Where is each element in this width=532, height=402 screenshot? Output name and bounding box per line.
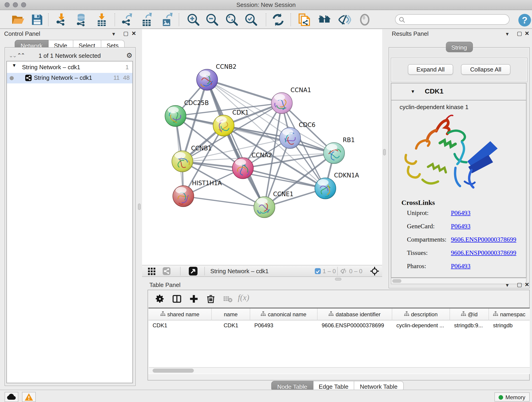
column-header-namespac[interactable]: namespac <box>489 308 530 320</box>
protein-card-header[interactable]: ▼ CDK1 <box>391 83 526 100</box>
network-node-hist1h1a[interactable]: HIST1H1A <box>173 180 222 207</box>
control-panel-float-icon[interactable]: ▢ <box>123 30 128 37</box>
table-panel-menu-arrow-icon[interactable]: ▾ <box>506 282 509 288</box>
results-panel-menu-arrow-icon[interactable]: ▾ <box>506 31 509 37</box>
collection-name: String Network – cdk1 <box>22 64 80 70</box>
network-canvas[interactable]: CCNB2CCNA1CDC25BCDK1CDC6RB1CCNB1CCNA2CDK… <box>142 29 382 265</box>
table-cell[interactable]: CDK1 <box>148 320 212 331</box>
node-label: HIST1H1A <box>192 180 222 186</box>
results-hscroll-thumb[interactable] <box>392 279 401 283</box>
hide-unhide-icon[interactable] <box>338 13 351 27</box>
network-node-ccnb1[interactable]: CCNB1 <box>172 145 212 172</box>
results-panel-float-icon[interactable]: ▢ <box>517 30 522 37</box>
table-settings-gear-icon[interactable] <box>155 294 165 304</box>
control-panel-close-icon[interactable]: ✕ <box>132 30 136 37</box>
node-label: CDK1 <box>232 109 249 116</box>
search-input[interactable] <box>406 15 507 25</box>
zoom-out-icon[interactable] <box>205 13 219 27</box>
control-panel-menu-arrow-icon[interactable]: ▾ <box>112 31 115 37</box>
column-header-name[interactable]: name <box>212 308 250 320</box>
table-cell[interactable]: CDK1 <box>212 320 250 331</box>
protein-collapse-arrow-icon[interactable]: ▼ <box>411 89 415 94</box>
grid-view-icon[interactable] <box>148 268 155 277</box>
share-document-icon[interactable] <box>298 13 311 27</box>
table-cell[interactable]: stringdb <box>489 320 530 331</box>
column-header--id[interactable]: @id <box>450 308 489 320</box>
expand-all-button[interactable]: Expand All <box>408 64 453 75</box>
network-collection-row[interactable]: ▼ String Network – cdk1 1 <box>7 63 133 73</box>
delete-column-trash-icon[interactable] <box>206 294 216 304</box>
zoom-selected-icon[interactable] <box>244 13 258 27</box>
network-options-gear-icon[interactable]: ⚙ <box>126 51 133 60</box>
column-header-database-identifier[interactable]: database identifier <box>317 308 392 320</box>
birds-eye-view-icon[interactable] <box>189 267 197 275</box>
crosslink-link[interactable]: 9606.ENSP00000378699 <box>451 249 516 257</box>
table-panel-float-icon[interactable]: ▢ <box>517 281 522 288</box>
network-share-view-icon[interactable] <box>163 267 171 275</box>
toolbar-divider <box>291 13 291 26</box>
show-all-eye-icon[interactable] <box>358 13 372 27</box>
import-network-database-icon[interactable] <box>74 13 88 27</box>
toolbar-divider <box>114 13 115 26</box>
table-hscrollbar[interactable] <box>149 367 530 374</box>
show-column-panel-icon[interactable] <box>172 294 182 304</box>
svg-text:?: ? <box>522 15 527 25</box>
fit-content-crosshair-icon[interactable] <box>370 267 379 277</box>
column-type-icon <box>329 311 334 317</box>
selected-nodes-checkbox-icon[interactable] <box>315 268 321 274</box>
network-list-header: ⌄⌄ ⌃⌃ 1 of 1 Network selected ⚙ <box>5 51 135 61</box>
right-splitter-handle[interactable] <box>383 149 386 155</box>
hidden-items-eye-icon[interactable] <box>340 268 347 276</box>
network-selection-status: 1 of 1 Network selected <box>5 52 135 59</box>
toolbar-divider <box>179 13 179 26</box>
table-cell[interactable]: 9606.ENSP00000378699 <box>317 320 392 331</box>
table-cell[interactable]: P06493 <box>250 320 317 331</box>
collection-expand-arrow-icon[interactable]: ▼ <box>12 63 17 68</box>
table-cell[interactable]: stringdb:9... <box>450 320 489 331</box>
network-node-rb1[interactable]: RB1 <box>323 137 355 164</box>
save-session-icon[interactable] <box>30 13 44 27</box>
zoom-fit-icon[interactable] <box>225 13 239 27</box>
bottom-splitter-handle[interactable] <box>335 278 341 281</box>
network-node-ccne1[interactable]: CCNE1 <box>254 191 293 218</box>
column-header-shared-name[interactable]: shared name <box>148 308 212 320</box>
table-panel-close-icon[interactable]: ✕ <box>525 281 529 288</box>
network-row-selected[interactable]: String Network – cdk1 11 48 <box>7 73 133 83</box>
string-network-graph[interactable]: CCNB2CCNA1CDC25BCDK1CDC6RB1CCNB1CCNA2CDK… <box>142 29 382 265</box>
zoom-in-icon[interactable] <box>186 13 200 27</box>
network-edge[interactable] <box>183 196 264 207</box>
help-icon[interactable]: ? <box>518 13 532 27</box>
refresh-layout-icon[interactable] <box>271 13 285 27</box>
warning-button[interactable] <box>22 392 36 402</box>
open-session-icon[interactable] <box>11 13 25 27</box>
node-label: RB1 <box>343 137 355 143</box>
results-panel-close-icon[interactable]: ✕ <box>525 30 529 37</box>
search-field[interactable] <box>395 14 510 25</box>
crosslink-link[interactable]: P06493 <box>451 223 471 230</box>
memory-button[interactable]: Memory <box>494 392 530 402</box>
table-hscroll-thumb[interactable] <box>152 369 194 373</box>
homes-icon[interactable] <box>317 13 331 27</box>
node-label: CDC6 <box>299 121 316 128</box>
create-column-plus-icon[interactable] <box>189 294 199 304</box>
column-header-description[interactable]: description <box>392 308 450 320</box>
column-header-label: description <box>411 311 438 317</box>
import-network-file-icon[interactable] <box>55 13 68 27</box>
crosslink-link[interactable]: P06493 <box>451 210 471 217</box>
import-table-file-icon[interactable] <box>95 13 109 27</box>
crosslink-link[interactable]: P06493 <box>451 263 471 270</box>
network-node-ccna1[interactable]: CCNA1 <box>271 87 311 114</box>
network-edge[interactable] <box>207 80 282 103</box>
crosslink-link[interactable]: 9606.ENSP00000378699 <box>451 236 516 243</box>
collapse-all-button[interactable]: Collapse All <box>461 64 510 75</box>
export-network-icon[interactable] <box>120 13 134 27</box>
tab-string[interactable]: String <box>446 42 473 52</box>
cloud-button[interactable] <box>5 392 18 402</box>
table-cell[interactable]: cyclin-dependent ... <box>392 320 450 331</box>
network-node-cdkn1a[interactable]: CDKN1A <box>315 172 359 199</box>
memory-status-dot-icon <box>499 395 503 400</box>
export-image-icon[interactable] <box>160 13 174 27</box>
left-splitter-handle[interactable] <box>138 204 141 210</box>
export-table-icon[interactable] <box>140 13 153 27</box>
column-header-canonical-name[interactable]: canonical name <box>250 308 317 320</box>
